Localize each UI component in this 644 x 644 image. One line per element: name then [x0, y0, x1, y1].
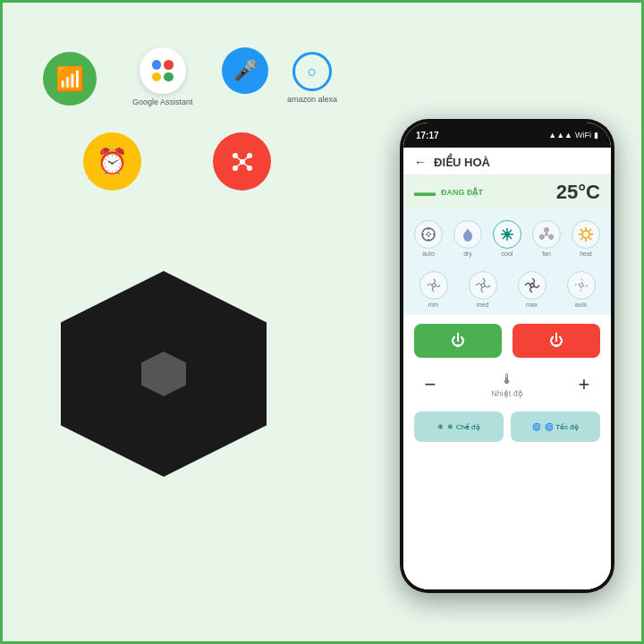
svg-point-18	[544, 227, 549, 233]
fan-max-label: max	[526, 301, 538, 308]
fan-auto[interactable]: auto	[567, 271, 596, 308]
toc-do-button[interactable]: 🌀 🌀 Tốc độ	[511, 411, 600, 442]
fan-med-label: med	[477, 301, 489, 308]
amazon-alexa-mic-icon: 🎤	[222, 47, 268, 94]
mode-auto-label: auto	[422, 250, 435, 257]
wifi-status-icon: WiFi	[575, 131, 591, 140]
ac-icon: ▬▬	[414, 186, 436, 199]
che-do-label: ❄ Chế độ	[447, 423, 479, 431]
svg-line-29	[580, 238, 583, 241]
power-off-icon: ⏻	[549, 333, 564, 349]
temp-increase-button[interactable]: +	[568, 369, 600, 401]
mode-heat-label: heat	[580, 250, 592, 257]
temperature-display: 25°C	[556, 181, 600, 204]
network-icon	[213, 132, 271, 191]
svg-point-21	[582, 231, 589, 238]
svg-line-27	[589, 238, 592, 241]
svg-line-26	[580, 229, 583, 232]
fan-auto-label: auto	[575, 301, 588, 308]
che-do-button[interactable]: ❄ ❄ Chế độ	[414, 411, 504, 442]
svg-line-6	[242, 156, 250, 162]
fan-max[interactable]: max	[518, 271, 547, 308]
phone-mockup: 17:17 ▲▲▲ WiFi ▮ ← ĐIỀU HOÀ ▬▬	[400, 119, 614, 593]
svg-point-31	[481, 284, 485, 287]
svg-line-28	[589, 229, 592, 232]
mode-auto[interactable]: auto	[414, 220, 443, 257]
svg-point-16	[505, 233, 509, 236]
mode-cool-label: cool	[502, 250, 513, 257]
mode-heat[interactable]: heat	[572, 220, 600, 257]
svg-point-20	[547, 233, 555, 241]
mode-fan[interactable]: fan	[532, 220, 561, 257]
bottom-buttons: ❄ ❄ Chế độ 🌀 🌀 Tốc độ	[414, 411, 600, 442]
mode-dry[interactable]: dry	[453, 220, 482, 257]
battery-icon: ▮	[594, 131, 598, 140]
che-do-icon: ❄	[437, 423, 444, 431]
mode-fan-label: fan	[542, 250, 551, 257]
google-assistant-icon: Google Assistant	[132, 47, 193, 106]
controls-section: ⏻ ⏻ − 🌡 Nhiệt độ +	[403, 315, 611, 589]
ac-status-bar: ▬▬ ĐANG ĐẶT 25°C	[403, 175, 611, 209]
toc-do-label: 🌀 Tốc độ	[545, 423, 579, 431]
power-on-button[interactable]: ⏻	[414, 324, 502, 358]
temperature-control: − 🌡 Nhiệt độ +	[414, 365, 600, 404]
svg-marker-11	[464, 228, 471, 235]
power-off-button[interactable]: ⏻	[513, 324, 600, 358]
phone-time: 17:17	[416, 131, 439, 140]
dang-dat-label: ĐANG ĐẶT	[441, 188, 483, 197]
svg-line-8	[242, 162, 250, 168]
fan-speed-section: min	[403, 264, 611, 315]
wifi-icon: 📶	[43, 52, 97, 106]
mode-dry-label: dry	[463, 250, 472, 257]
nhiet-do-label: Nhiệt độ	[491, 389, 523, 398]
hexagon-device	[30, 240, 298, 508]
fan-min-label: min	[428, 301, 438, 308]
fan-min[interactable]: min	[419, 271, 448, 308]
mode-section: auto dry	[403, 209, 611, 264]
toc-do-icon: 🌀	[532, 423, 541, 431]
fan-med[interactable]: med	[469, 271, 497, 308]
mode-cool[interactable]: cool	[493, 220, 521, 257]
svg-point-17	[545, 233, 548, 236]
svg-line-7	[235, 162, 242, 168]
google-assistant-label: Google Assistant	[132, 97, 193, 106]
svg-point-19	[538, 233, 546, 241]
alexa-label: amazon alexa	[287, 95, 337, 104]
signal-icon: ▲▲▲	[548, 131, 572, 140]
back-button[interactable]: ←	[414, 155, 427, 169]
svg-point-9	[422, 228, 435, 241]
svg-line-5	[235, 156, 242, 162]
app-title: ĐIỀU HOÀ	[434, 156, 490, 169]
app-header: ← ĐIỀU HOÀ	[403, 148, 611, 175]
svg-point-30	[432, 284, 436, 287]
svg-point-32	[530, 284, 534, 287]
power-on-icon: ⏻	[451, 333, 465, 349]
temp-decrease-button[interactable]: −	[414, 369, 446, 401]
svg-point-33	[580, 284, 583, 287]
thermometer-icon: 🌡	[500, 371, 514, 387]
amazon-alexa-ring-icon: ○ amazon alexa	[287, 52, 337, 104]
clock-icon: ⏰	[83, 132, 141, 191]
